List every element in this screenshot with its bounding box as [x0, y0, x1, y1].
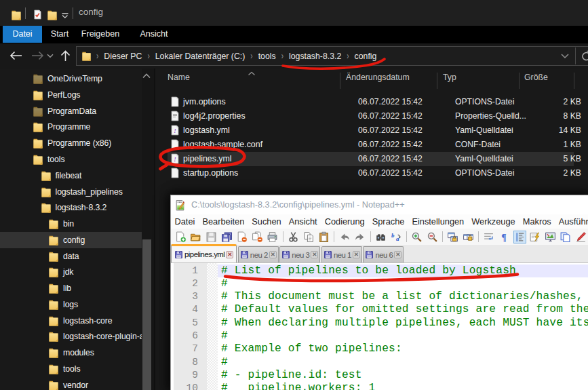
- file-row-logstash-yml[interactable]: logstash.yml 06.07.2022 15:42 Yaml-Quell…: [168, 123, 574, 138]
- open-icon[interactable]: [190, 231, 201, 243]
- recent-locations-chevron-icon[interactable]: [47, 54, 54, 58]
- sidebar-item-perflogs[interactable]: PerfLogs: [0, 87, 155, 103]
- ribbon-tab-start[interactable]: Start: [42, 26, 77, 43]
- tab-pipelines-yml[interactable]: pipelines.yml ✕: [171, 244, 237, 262]
- print-icon[interactable]: [267, 231, 278, 243]
- file-row-jvm-options[interactable]: jvm.options 06.07.2022 15:42 OPTIONS-Dat…: [168, 95, 574, 109]
- tab-neu-3[interactable]: neu 3 ✕: [279, 246, 320, 262]
- breadcrumb-item[interactable]: Lokaler Datenträger (C:): [155, 52, 246, 61]
- sidebar-item-logstash-core[interactable]: logstash-core: [0, 313, 155, 329]
- sidebar-scroll-up-icon[interactable]: [142, 73, 151, 79]
- sidebar-item-modules[interactable]: modules: [0, 345, 155, 361]
- sidebar-item-onedrivetemp[interactable]: OneDriveTemp: [0, 71, 155, 87]
- qat-customize-chevron-icon[interactable]: [61, 13, 69, 18]
- notepadpp-editor[interactable]: 1 # List of pipelines to be loaded by Lo…: [171, 263, 588, 390]
- breadcrumb-item[interactable]: tools: [258, 52, 277, 61]
- menu-codierung[interactable]: Codierung: [321, 216, 368, 227]
- column-header-size[interactable]: Größe: [524, 73, 548, 82]
- breadcrumb-item[interactable]: logstash-8.3.2: [288, 52, 342, 61]
- column-separator[interactable]: [340, 73, 340, 89]
- file-row-pipelines-yml[interactable]: pipelines.yml 06.07.2022 15:42 Yaml-Quel…: [168, 152, 574, 166]
- save-icon[interactable]: [205, 231, 217, 243]
- new-folder-icon[interactable]: [47, 9, 58, 20]
- menu-einstellungen[interactable]: Einstellungen: [408, 216, 468, 227]
- menu-bearbeiten[interactable]: Bearbeiten: [199, 216, 248, 227]
- indent-guide-icon[interactable]: [514, 231, 526, 243]
- sidebar-item-logstash-8-3-2[interactable]: logstash-8.3.2: [0, 199, 155, 216]
- column-separator[interactable]: [519, 73, 520, 89]
- tab-close-icon[interactable]: ✕: [394, 251, 401, 258]
- menu-suchen[interactable]: Suchen: [248, 216, 285, 227]
- ribbon-tab-datei[interactable]: Datei: [3, 26, 42, 43]
- sidebar-item-programme[interactable]: Programme: [0, 119, 155, 136]
- menu-werkzeuge[interactable]: Werkzeuge: [468, 216, 520, 227]
- undo-icon[interactable]: [339, 231, 351, 243]
- sidebar-item-tools[interactable]: tools: [0, 361, 155, 377]
- sidebar-item-logstash-core-plugin-ap[interactable]: logstash-core-plugin-ap: [0, 329, 155, 345]
- file-row-logstash-sample-conf[interactable]: logstash-sample.conf 06.07.2022 15:42 CO…: [168, 138, 574, 152]
- new-icon[interactable]: [175, 231, 187, 243]
- wrap-icon[interactable]: [483, 231, 494, 243]
- column-header-name[interactable]: Name: [168, 73, 190, 82]
- sidebar-item-logstash-pipelines[interactable]: logstash_pipelines: [0, 184, 155, 200]
- menu-ausf-hren[interactable]: Ausführen: [555, 216, 588, 227]
- sidebar-item-tools[interactable]: tools: [0, 151, 155, 168]
- tab-close-icon[interactable]: ✕: [353, 251, 360, 258]
- save-all-icon[interactable]: [221, 231, 233, 243]
- column-header-date[interactable]: Änderungsdatum: [346, 73, 410, 82]
- column-separator[interactable]: [574, 73, 574, 89]
- sidebar-item-vendor[interactable]: vendor: [0, 377, 155, 390]
- column-header-type[interactable]: Typ: [443, 73, 456, 82]
- tab-neu-6[interactable]: neu 6 ✕: [363, 246, 404, 262]
- sidebar-item-lib[interactable]: lib: [0, 280, 155, 296]
- forward-icon[interactable]: [31, 51, 45, 60]
- redo-icon[interactable]: [354, 231, 366, 243]
- refresh-icon[interactable]: [581, 50, 588, 62]
- breadcrumb-item[interactable]: Dieser PC: [103, 52, 142, 61]
- sidebar-item-programme-x86-[interactable]: Programme (x86): [0, 135, 155, 151]
- file-row-log4j2-properties[interactable]: log4j2.properties 06.07.2022 15:42 Prope…: [168, 109, 574, 123]
- copy-icon[interactable]: [303, 231, 315, 243]
- sidebar-item-programdata[interactable]: ProgramData: [0, 103, 155, 119]
- tab-neu-1[interactable]: neu 1 ✕: [321, 246, 362, 262]
- column-separator[interactable]: [437, 73, 437, 89]
- docs-icon[interactable]: [560, 231, 571, 243]
- file-row-startup-options[interactable]: startup.options 06.07.2022 15:42 OPTIONS…: [168, 166, 574, 180]
- sidebar-item-jdk[interactable]: jdk: [0, 264, 155, 280]
- sidebar-item-data[interactable]: data: [0, 248, 155, 265]
- tab-close-icon[interactable]: ✕: [226, 251, 233, 258]
- address-dropdown-chevron-icon[interactable]: [561, 54, 569, 59]
- sidebar-item-config[interactable]: config: [0, 232, 155, 248]
- menu-sprache[interactable]: Sprache: [368, 216, 408, 227]
- ribbon-tab-freigeben[interactable]: Freigeben: [78, 26, 123, 43]
- sidebar-scrollbar-thumb[interactable]: [142, 239, 151, 390]
- menu-datei[interactable]: Datei: [171, 216, 199, 227]
- sync-v-icon[interactable]: [447, 231, 458, 243]
- sidebar-item-logs[interactable]: logs: [0, 296, 155, 313]
- breadcrumb-item[interactable]: config: [354, 52, 378, 61]
- function-icon[interactable]: [529, 231, 541, 243]
- sidebar-item-filebeat[interactable]: filebeat: [0, 168, 155, 184]
- zoom-out-icon[interactable]: [427, 231, 438, 243]
- zoom-in-icon[interactable]: [411, 231, 423, 243]
- tab-neu-2[interactable]: neu 2 ✕: [238, 246, 279, 262]
- pen-icon[interactable]: [575, 231, 587, 243]
- monitor-icon[interactable]: [545, 231, 556, 243]
- find-icon[interactable]: [375, 231, 387, 243]
- sidebar-item-bin[interactable]: bin: [0, 216, 155, 232]
- back-icon[interactable]: [9, 51, 23, 60]
- cut-icon[interactable]: [288, 231, 299, 243]
- tab-close-icon[interactable]: ✕: [269, 251, 277, 258]
- sync-h-icon[interactable]: [463, 231, 474, 243]
- close-all-icon[interactable]: [252, 231, 263, 243]
- menu-ansicht[interactable]: Ansicht: [285, 216, 321, 227]
- close-icon[interactable]: [236, 231, 248, 243]
- show-all-icon[interactable]: [498, 231, 510, 243]
- tab-close-icon[interactable]: ✕: [311, 251, 318, 258]
- properties-check-icon[interactable]: [33, 9, 43, 20]
- menu-makros[interactable]: Makros: [519, 216, 555, 227]
- ribbon-tab-ansicht[interactable]: Ansicht: [133, 26, 175, 43]
- replace-icon[interactable]: [391, 231, 402, 243]
- address-box[interactable]: ›Dieser PC›Lokaler Datenträger (C:)›tool…: [76, 46, 588, 66]
- paste-icon[interactable]: [318, 231, 330, 243]
